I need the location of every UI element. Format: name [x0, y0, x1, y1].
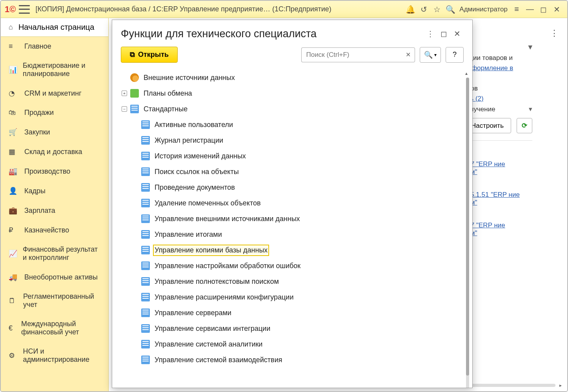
- minimize-icon[interactable]: —: [523, 3, 537, 16]
- tree-folder-icon: [130, 105, 139, 113]
- tree-std-item-10[interactable]: Управление полнотекстовым поиском: [116, 274, 472, 289]
- nav-icon: ₽: [9, 226, 19, 234]
- tree-area: Внешние источники данных+Планы обмена−Ст…: [112, 68, 472, 388]
- scroll-up-icon[interactable]: ▴: [465, 71, 468, 76]
- tree-item-icon: [141, 324, 150, 333]
- tree-item-label: Управление расширениями конфигурации: [155, 293, 293, 301]
- search-icon[interactable]: 🔍: [444, 3, 457, 16]
- sidebar-item-9[interactable]: ₽Казначейство: [1, 220, 108, 240]
- sidebar-item-8[interactable]: 💼Зарплата: [1, 201, 108, 220]
- sidebar-item-0[interactable]: ≡Главное: [1, 37, 108, 56]
- tree-std-item-14[interactable]: Управление системой аналитики: [116, 336, 472, 352]
- tree-std-item-3[interactable]: Поиск ссылок на объекты: [116, 164, 472, 180]
- dialog-close-icon[interactable]: ✕: [450, 27, 464, 40]
- tree-scrollbar[interactable]: ▴ ▾: [466, 78, 469, 388]
- tree-std-item-12[interactable]: Управление серверами: [116, 305, 472, 321]
- nav-icon: 👤: [9, 187, 19, 195]
- nav-icon: 🛒: [9, 128, 19, 136]
- sidebar-item-label: Международный финансовый учет: [21, 320, 100, 336]
- menu-button[interactable]: [19, 5, 30, 14]
- collapse-icon[interactable]: −: [122, 106, 127, 112]
- tree-item-label: Управление полнотекстовым поиском: [155, 278, 279, 286]
- tree-std-item-15[interactable]: Управление системой взаимодействия: [116, 352, 472, 368]
- tree-item-label: Управление настройками обработки ошибок: [155, 262, 300, 270]
- tree-std-item-6[interactable]: Управление внешними источниками данных: [116, 211, 472, 227]
- bell-icon[interactable]: 🔔: [404, 3, 417, 16]
- tree-std-item-2[interactable]: История изменений данных: [116, 148, 472, 164]
- dialog-header: Функции для технического специалиста ⋮ ◻…: [112, 20, 472, 43]
- username-label[interactable]: Администратор: [459, 5, 508, 13]
- nav-icon: 🛍: [9, 109, 19, 117]
- sidebar-item-4[interactable]: 🛒Закупки: [1, 122, 108, 142]
- sidebar-item-label: Производство: [24, 167, 70, 176]
- chevron-down-icon[interactable]: ▾: [528, 42, 532, 51]
- tree-item-label: Активные пользователи: [155, 121, 233, 129]
- sidebar-item-13[interactable]: €Международный финансовый учет: [1, 314, 108, 342]
- sidebar-item-label: Главное: [24, 42, 51, 51]
- tree-root-item-0[interactable]: Внешние источники данных: [116, 70, 472, 85]
- tree-item-label: Проведение документов: [155, 183, 235, 192]
- dialog-maximize-icon[interactable]: ◻: [437, 27, 450, 40]
- nav-icon: ⚙: [9, 351, 17, 360]
- tree-item-label: Управление серверами: [155, 309, 231, 317]
- sidebar-home[interactable]: ⌂ Начальная страница: [1, 18, 108, 37]
- tech-functions-dialog: Функции для технического специалиста ⋮ ◻…: [112, 20, 473, 388]
- tree-folder-icon: [130, 89, 139, 98]
- dialog-toolbar: ⧉ Открыть ✕ 🔍▾ ?: [112, 43, 472, 68]
- history-icon[interactable]: ↺: [417, 3, 430, 16]
- sidebar-item-5[interactable]: ▦Склад и доставка: [1, 142, 108, 162]
- chevron-down-icon[interactable]: ▾: [529, 105, 532, 113]
- search-dropdown-button[interactable]: 🔍▾: [420, 47, 441, 63]
- sidebar-item-3[interactable]: 🛍Продажи: [1, 103, 108, 122]
- sidebar-item-label: CRM и маркетинг: [24, 89, 82, 98]
- refresh-button[interactable]: ⟳: [517, 118, 532, 133]
- tree-std-item-9[interactable]: Управление настройками обработки ошибок: [116, 258, 472, 274]
- nav-icon: 🗒: [9, 297, 18, 305]
- close-icon[interactable]: ✕: [550, 3, 563, 16]
- magnifier-icon: 🔍: [424, 51, 433, 59]
- maximize-icon[interactable]: ◻: [537, 3, 550, 16]
- tree-item-label: Планы обмена: [144, 89, 192, 98]
- tree-root-item-2[interactable]: −Стандартные: [116, 101, 472, 117]
- content-kebab-icon[interactable]: ⋮: [550, 28, 559, 38]
- nav-icon: 📊: [9, 65, 17, 74]
- tree-std-item-8[interactable]: Управление копиями базы данных: [116, 242, 472, 258]
- sidebar-item-label: Закупки: [24, 128, 50, 136]
- tree-std-item-1[interactable]: Журнал регистрации: [116, 132, 472, 148]
- search-clear-button[interactable]: ✕: [402, 47, 415, 62]
- tree-item-label: Управление копиями базы данных: [155, 246, 268, 254]
- nav-icon: ◔: [9, 89, 19, 98]
- search-input[interactable]: [301, 47, 402, 62]
- tree-std-item-5[interactable]: Удаление помеченных объектов: [116, 195, 472, 211]
- tree-scroll-thumb[interactable]: [466, 78, 469, 376]
- tree-item-label: Управление сервисами интеграции: [155, 325, 270, 333]
- tree-item-label: Управление внешними источниками данных: [155, 215, 300, 223]
- tree-std-item-7[interactable]: Управление итогами: [116, 227, 472, 242]
- sidebar-item-12[interactable]: 🗒Регламентированный учет: [1, 287, 108, 314]
- tree-std-item-13[interactable]: Управление сервисами интеграции: [116, 321, 472, 336]
- tree-item-icon: [141, 261, 150, 270]
- tree-std-item-4[interactable]: Проведение документов: [116, 180, 472, 195]
- sidebar-item-7[interactable]: 👤Кадры: [1, 181, 108, 201]
- sidebar-item-2[interactable]: ◔CRM и маркетинг: [1, 83, 108, 103]
- expand-icon[interactable]: +: [122, 91, 127, 96]
- tree-item-label: Управление итогами: [155, 230, 222, 239]
- sidebar: ⌂ Начальная страница ≡Главное📊Бюджетиров…: [1, 18, 109, 391]
- scroll-right-icon[interactable]: ▸: [558, 383, 563, 388]
- sidebar-item-10[interactable]: 📈Финансовый результат и контроллинг: [1, 240, 108, 267]
- star-icon[interactable]: ☆: [430, 3, 444, 16]
- open-icon: ⧉: [130, 51, 135, 59]
- sidebar-item-label: Продажи: [24, 109, 54, 117]
- tree-root-item-1[interactable]: +Планы обмена: [116, 85, 472, 101]
- help-button[interactable]: ?: [446, 47, 464, 63]
- tree-std-item-11[interactable]: Управление расширениями конфигурации: [116, 289, 472, 305]
- dialog-title: Функции для технического специалиста: [121, 28, 424, 40]
- sidebar-item-11[interactable]: 🚚Внеоборотные активы: [1, 267, 108, 287]
- sidebar-item-6[interactable]: 🏭Производство: [1, 162, 108, 181]
- open-button[interactable]: ⧉ Открыть: [121, 47, 178, 63]
- settings-lines-icon[interactable]: ≡: [510, 3, 523, 16]
- tree-std-item-0[interactable]: Активные пользователи: [116, 117, 472, 132]
- sidebar-item-14[interactable]: ⚙НСИ и администрирование: [1, 342, 108, 369]
- dialog-kebab-icon[interactable]: ⋮: [424, 27, 437, 40]
- sidebar-item-1[interactable]: 📊Бюджетирование и планирование: [1, 56, 108, 83]
